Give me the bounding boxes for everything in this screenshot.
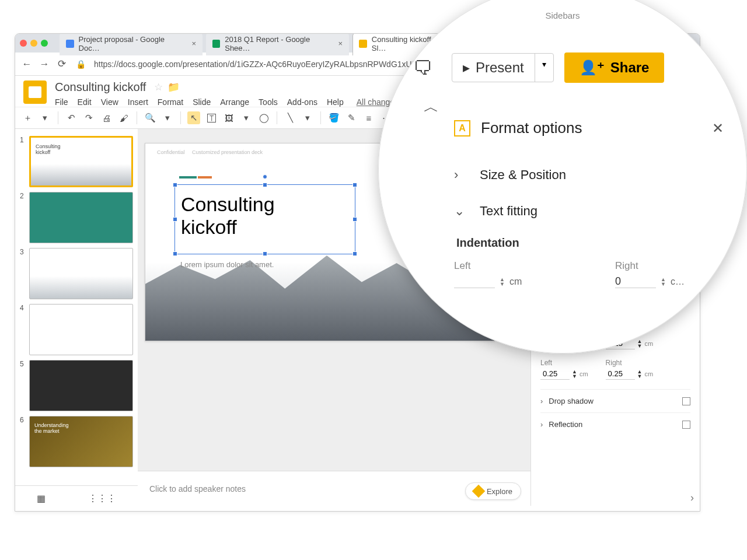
unit: cm [645,370,654,377]
format-options-title: Format options [481,119,701,137]
padding-right-input[interactable] [606,368,635,380]
present-dropdown[interactable]: ▾ [535,54,553,82]
size-position-section[interactable]: › Size & Position [454,157,724,193]
menu-format[interactable]: Format [158,97,183,107]
magnified-view: Sidebars 🗨 ▸ Present ▾ 👤⁺ Share ︿ Format… [378,0,747,354]
reflection-checkbox[interactable] [682,421,690,429]
print-icon[interactable]: 🖨 [100,111,113,124]
slide-title-text[interactable]: Consulting kickoff [175,185,355,239]
present-label: Present [476,60,524,76]
folder-icon[interactable]: 📁 [167,81,180,93]
indent-right-input[interactable]: 0 [615,275,656,288]
stepper-icon[interactable]: ▲▼ [500,277,505,286]
menu-file[interactable]: File [55,97,68,107]
chevron-down-icon[interactable]: ▾ [240,111,253,124]
menu-help[interactable]: Help [327,97,344,107]
doc-name[interactable]: Consulting kickoff [55,80,146,94]
scrollbar[interactable] [705,294,707,354]
collapse-panel-icon[interactable]: ︿ [424,97,439,117]
zoom-icon[interactable]: 🔍 [144,111,156,124]
forward-icon[interactable]: → [39,58,50,70]
explore-label: Explore [487,487,512,496]
thumb-number: 2 [20,192,27,243]
undo-icon[interactable]: ↶ [65,111,78,124]
indentation-heading: Indentation [456,236,724,250]
textbox-icon[interactable]: 🅃 [205,111,218,124]
format-options-icon [454,120,470,136]
paint-format-icon[interactable]: 🖌 [117,111,130,124]
close-icon[interactable]: × [338,39,343,48]
tab-label: 2018 Q1 Report - Google Shee… [225,35,331,52]
thumbnail-6[interactable]: 6 Understanding the market [15,414,138,470]
person-add-icon: 👤⁺ [580,60,605,76]
chevron-down-icon[interactable]: ▾ [39,111,51,124]
maximize-window[interactable] [41,40,48,47]
menu-view[interactable]: View [101,97,118,107]
text-fitting-section[interactable]: ⌄ Text fitting [454,193,724,229]
minimize-window[interactable] [30,40,37,47]
indent-left-input[interactable] [454,275,495,288]
menu-arrange[interactable]: Arrange [220,97,249,107]
chevron-right-icon: › [540,397,543,405]
menu-tools[interactable]: Tools [259,97,278,107]
back-icon[interactable]: ← [21,58,33,70]
filmstrip-view-icon[interactable]: ▦ [37,493,46,504]
chevron-down-icon[interactable]: ▾ [301,111,314,124]
thumb-number: 1 [20,136,27,187]
indent-right-label: Right [615,260,724,272]
line-icon[interactable]: ╲ [284,111,296,124]
select-tool-icon[interactable]: ↖ [187,111,200,124]
star-icon[interactable]: ☆ [154,81,163,93]
drop-shadow-section[interactable]: › Drop shadow [540,389,690,412]
drop-shadow-label: Drop shadow [549,397,594,405]
tab-docs[interactable]: Project proposal - Google Doc… × [60,33,203,55]
padding-left-input[interactable] [540,368,570,380]
chevron-right-icon[interactable]: › [690,492,694,504]
stepper-icon[interactable]: ▲▼ [661,277,666,286]
slides-logo[interactable] [23,80,47,104]
tab-sheets[interactable]: 2018 Q1 Report - Google Shee… × [206,33,349,55]
size-position-label: Size & Position [480,167,566,183]
close-icon[interactable]: ✕ [712,120,724,136]
partial-tab-hint: Sidebars [545,10,580,20]
border-weight-icon[interactable]: ≡ [362,111,375,124]
close-icon[interactable]: × [191,39,196,48]
slide-thumbnails: 1 Consulting kickoff 2 3 4 5 6 Underst [15,129,138,506]
share-button[interactable]: 👤⁺ Share [564,52,665,83]
thumbnail-4[interactable]: 4 [15,302,138,358]
menu-addons[interactable]: Add-ons [287,97,317,107]
menu-insert[interactable]: Insert [128,97,148,107]
present-button[interactable]: ▸ Present [452,54,535,82]
grid-view-icon[interactable]: ⋮⋮⋮ [88,493,116,504]
thumb-title: Understanding the market [34,422,69,434]
menu-slide[interactable]: Slide [193,97,211,107]
comment-icon[interactable]: 🗨 [413,57,433,79]
new-slide-button[interactable]: ＋ [21,111,34,124]
chevron-down-icon[interactable]: ▾ [161,111,174,124]
border-color-icon[interactable]: ✎ [345,111,358,124]
thumbnail-5[interactable]: 5 [15,358,138,414]
view-mode-switcher: ▦ ⋮⋮⋮ [15,485,138,511]
slide-subtitle-text[interactable]: Lorem ipsum dolor sit amet. [180,260,274,269]
unit: c… [671,276,685,287]
thumbnail-3[interactable]: 3 [15,246,138,302]
close-window[interactable] [20,40,27,47]
redo-icon[interactable]: ↷ [82,111,95,124]
thumbnail-2[interactable]: 2 [15,190,138,246]
padding-right-label: Right [606,359,654,367]
image-icon[interactable]: 🖼 [222,111,235,124]
explore-button[interactable]: Explore [465,482,521,500]
thumbnail-1[interactable]: 1 Consulting kickoff [15,134,138,190]
fill-color-icon[interactable]: 🪣 [327,111,340,124]
drop-shadow-checkbox[interactable] [682,397,690,405]
shape-icon[interactable]: ◯ [257,111,270,124]
padding-left-label: Left [540,359,588,367]
reload-icon[interactable]: ⟳ [56,58,68,70]
text-fitting-label: Text fitting [480,204,537,219]
selected-textbox[interactable]: Consulting kickoff [174,184,355,254]
menu-edit[interactable]: Edit [78,97,92,107]
menu-bar: File Edit View Insert Format Slide Arran… [55,97,427,107]
chevron-down-icon: ⌄ [454,204,468,219]
chevron-right-icon: › [540,420,543,429]
reflection-section[interactable]: › Reflection [540,412,690,436]
